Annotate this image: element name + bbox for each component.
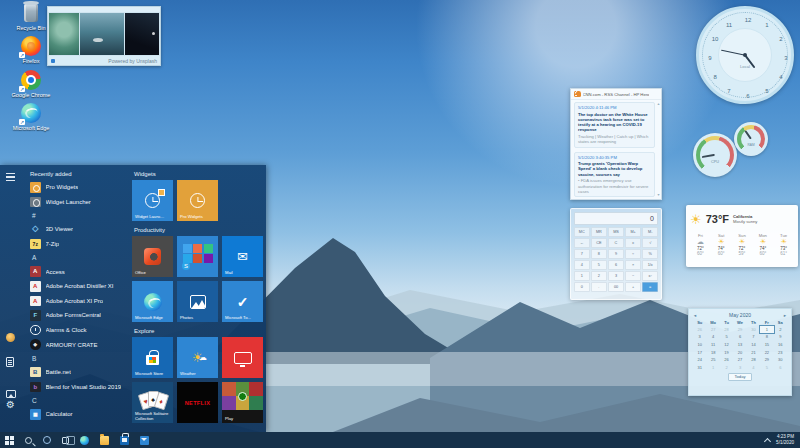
calc-button-←[interactable]: ← (574, 238, 590, 248)
calc-button-−[interactable]: − (625, 271, 641, 281)
pictures-icon[interactable] (6, 390, 16, 398)
calendar-cell[interactable]: 2 (774, 326, 787, 333)
calendar-cell[interactable]: 4 (706, 334, 719, 341)
calendar-cell[interactable]: 19 (720, 349, 733, 356)
slideshow-widget[interactable]: Powered by Unsplash (47, 6, 161, 66)
ram-gauge-widget[interactable]: RAM (734, 122, 768, 156)
calendar-cell[interactable]: 29 (733, 326, 746, 333)
calc-button-%[interactable]: % (642, 249, 658, 259)
tile-solitaire[interactable]: ♥♠♦Microsoft Solitaire Collection (132, 382, 173, 423)
desktop-icon-chrome[interactable]: ↗Google Chrome (2, 70, 60, 98)
app-section-letter[interactable]: # (28, 209, 128, 222)
calendar-cell[interactable]: 4 (747, 364, 760, 371)
calendar-cell[interactable]: 21 (747, 349, 760, 356)
calendar-cell[interactable]: 26 (693, 326, 706, 333)
calendar-cell[interactable]: 9 (774, 334, 787, 341)
calendar-cell[interactable]: 3 (733, 364, 746, 371)
calc-button-MS[interactable]: MS (608, 227, 624, 237)
rss-feed-widget[interactable]: CNN.com - RSS Channel - HP Hero ▲▼ 5/1/2… (570, 88, 662, 200)
menu-hamburger-icon[interactable] (6, 171, 18, 183)
app-list-item-widget-launcher[interactable]: Widget Launcher (28, 195, 128, 210)
calendar-cell[interactable]: 15 (760, 341, 773, 348)
calc-button-√[interactable]: √ (642, 238, 658, 248)
slideshow-photo-1[interactable] (49, 13, 79, 55)
calc-button-M-[interactable]: M- (642, 227, 658, 237)
mail-icon[interactable] (140, 436, 149, 445)
tile-office[interactable]: Office (132, 236, 173, 277)
calendar-cell[interactable]: 13 (733, 341, 746, 348)
app-list-item-armoury[interactable]: ◆ARMOURY CRATE (28, 337, 128, 352)
tile-mail[interactable]: ✉Mail (222, 236, 263, 277)
calc-button-M+[interactable]: M+ (625, 227, 641, 237)
calendar-cell[interactable]: 29 (760, 356, 773, 363)
calendar-cell[interactable]: 27 (733, 356, 746, 363)
cortana-icon[interactable] (43, 436, 51, 444)
calendar-cell[interactable]: 26 (720, 356, 733, 363)
calendar-next-icon[interactable]: ► (783, 313, 787, 318)
rss-item[interactable]: 5/1/2020 4:11:46 PMThe top doctor on the… (574, 102, 655, 148)
tile-widget-launcher[interactable]: Widget Launc... (132, 180, 173, 221)
calc-button-0[interactable]: 0 (574, 282, 590, 292)
app-section-letter[interactable]: A (28, 251, 128, 264)
tile-edge[interactable]: Microsoft Edge (132, 281, 173, 322)
app-list-item-3d-viewer[interactable]: ◇3D Viewer (28, 222, 128, 237)
tile-weather[interactable]: ☀☁Weather (177, 337, 218, 378)
desktop-icon-edge[interactable]: ↗Microsoft Edge (2, 103, 60, 131)
store-icon[interactable] (120, 436, 129, 445)
calc-button-1[interactable]: 1 (574, 271, 590, 281)
calc-button-CE[interactable]: CE (591, 238, 607, 248)
calendar-prev-icon[interactable]: ◄ (693, 313, 697, 318)
calendar-cell[interactable]: 6 (774, 364, 787, 371)
calc-button-6[interactable]: 6 (608, 260, 624, 270)
calendar-cell[interactable]: 27 (706, 326, 719, 333)
calendar-cell[interactable]: 31 (693, 364, 706, 371)
calendar-today-button[interactable]: Today (728, 373, 751, 381)
documents-icon[interactable] (6, 357, 14, 367)
calendar-cell[interactable]: 10 (693, 341, 706, 348)
rss-scrollbar[interactable]: ▲▼ (657, 102, 660, 197)
calendar-cell[interactable]: 24 (693, 356, 706, 363)
calc-button-MC[interactable]: MC (574, 227, 590, 237)
calc-button-9[interactable]: 9 (608, 249, 624, 259)
calc-button-3[interactable]: 3 (608, 271, 624, 281)
calendar-cell[interactable]: 3 (693, 334, 706, 341)
calc-button-7[interactable]: 7 (574, 249, 590, 259)
calendar-cell[interactable]: 14 (747, 341, 760, 348)
slideshow-photo-2[interactable] (80, 13, 124, 55)
calendar-cell[interactable]: 18 (706, 349, 719, 356)
app-list-item-blend[interactable]: bBlend for Visual Studio 2019 (28, 380, 128, 395)
calendar-cell[interactable]: 28 (747, 356, 760, 363)
app-section-letter[interactable]: B (28, 352, 128, 365)
calendar-cell[interactable]: 6 (733, 334, 746, 341)
calendar-cell[interactable]: 17 (693, 349, 706, 356)
calc-button-±[interactable]: ± (625, 238, 641, 248)
calendar-cell[interactable]: 11 (706, 341, 719, 348)
calendar-cell[interactable]: 23 (774, 349, 787, 356)
cpu-gauge-widget[interactable]: CPU (693, 133, 737, 177)
settings-gear-icon[interactable]: ⚙ (6, 400, 18, 412)
taskbar-edge-icon[interactable] (80, 436, 89, 445)
calc-button-+[interactable]: + (625, 282, 641, 292)
tile-netflix[interactable]: NETFLIX (177, 382, 218, 423)
calc-button-4[interactable]: 4 (574, 260, 590, 270)
app-list-item-acrobat[interactable]: AAdobe Acrobat XI Pro (28, 294, 128, 309)
slideshow-photo-3[interactable] (125, 13, 159, 55)
weather-widget[interactable]: ☀ 73°F California Mostly sunny Fri☁72°60… (686, 205, 798, 267)
file-explorer-icon[interactable] (100, 436, 109, 445)
tile-photos[interactable]: Photos (177, 281, 218, 322)
app-list-item-formscentral[interactable]: FAdobe FormsCentral (28, 308, 128, 323)
calc-button-×[interactable]: × (625, 260, 641, 270)
calc-button-2[interactable]: 2 (591, 271, 607, 281)
calc-button-8[interactable]: 8 (591, 249, 607, 259)
task-view-icon[interactable] (62, 437, 69, 444)
app-list-item-battlenet[interactable]: BBattle.net (28, 365, 128, 380)
calendar-cell[interactable]: 30 (747, 326, 760, 333)
tile-pro-widgets[interactable]: Pro Widgets (177, 180, 218, 221)
calc-button-1/x[interactable]: 1/x (642, 260, 658, 270)
calendar-cell[interactable]: 8 (760, 334, 773, 341)
calendar-cell[interactable]: 12 (720, 341, 733, 348)
calc-button-MR[interactable]: MR (591, 227, 607, 237)
calc-button-00[interactable]: 00 (608, 282, 624, 292)
calendar-cell[interactable]: 1 (706, 364, 719, 371)
calendar-cell[interactable]: 28 (720, 326, 733, 333)
